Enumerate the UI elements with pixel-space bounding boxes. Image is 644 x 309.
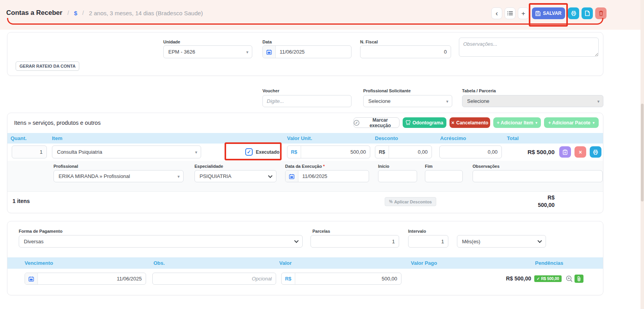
profissional-solicitante-label: Profissional Solicitante [363, 88, 411, 93]
inicio-input[interactable] [378, 170, 417, 182]
item-observacoes-label: Observações [473, 164, 500, 169]
check-circle-icon: ✓ [354, 120, 359, 126]
valor-unit-field[interactable]: R$ 500,00 [287, 146, 370, 158]
scrollbar-thumb[interactable] [641, 104, 644, 201]
acrescimo-input[interactable]: 0,00 [439, 146, 502, 158]
valor-field[interactable]: R$ 500,00 [281, 273, 401, 285]
gerar-rateio-label: GERAR RATEIO DA CONTA [20, 64, 75, 68]
profissional-select[interactable]: ERIKA MIRANDA » Profissional ▾ [54, 170, 184, 182]
especialidade-select[interactable]: PSIQUIATRIA [194, 170, 277, 182]
obs-input[interactable] [152, 273, 276, 285]
list-icon [507, 11, 513, 16]
tabela-parceria-value: Selecione [467, 98, 489, 104]
profissional-value: ERIKA MIRANDA » Profissional [59, 173, 130, 179]
list-button[interactable] [505, 7, 516, 19]
unidade-value: EPM - 3626 [168, 49, 195, 55]
col-item: Item [52, 135, 62, 141]
required-asterisk: * [323, 164, 325, 169]
intervalo-input[interactable]: 1 [408, 235, 448, 248]
profissional-solicitante-select[interactable]: Selecione ▾ [363, 95, 452, 107]
executado-label: Executado [256, 149, 280, 155]
save-icon [535, 11, 541, 16]
data-label: Data [262, 40, 272, 44]
currency-prefix: R$ [375, 146, 389, 158]
col-valor: Valor [279, 260, 292, 266]
col-desconto: Desconto [375, 135, 398, 141]
back-button[interactable]: ‹ [491, 7, 502, 19]
print-button[interactable] [568, 7, 579, 19]
add-button[interactable]: + [518, 7, 529, 19]
col-valor-pago: Valor Pago [411, 260, 437, 266]
observacoes-textarea[interactable] [459, 38, 599, 57]
delete-button[interactable] [595, 7, 607, 19]
grand-total-value: 500,00 [508, 201, 555, 209]
aplicar-descontos-label: Aplicar Descontos [394, 199, 432, 204]
profissional-solicitante-value: Selecione [368, 98, 391, 104]
grand-total-currency: R$ [508, 194, 555, 201]
intervalo-value: 1 [441, 239, 444, 244]
periodo-select[interactable]: Mês(es) [457, 235, 546, 248]
vencimento-field[interactable]: 11/06/2025 [25, 273, 146, 285]
parcelas-label: Parcelas [312, 229, 330, 234]
items-section-title: Itens » serviços, produtos e outros [14, 120, 101, 126]
adicionar-item-button[interactable]: + Adicionar Item ▾ [493, 117, 541, 128]
dollar-icon[interactable]: $ [74, 10, 77, 16]
breadcrumb-separator: / [82, 10, 84, 16]
nfiscal-label: N. Fiscal [360, 40, 378, 44]
gerar-rateio-button[interactable]: GERAR RATEIO DA CONTA [16, 61, 79, 71]
item-total-value: R$ 500,00 [504, 149, 555, 155]
x-icon: × [579, 149, 582, 155]
chevron-down-icon [294, 239, 298, 243]
zoom-details-icon[interactable] [566, 275, 573, 282]
cancelamento-button[interactable]: × Cancelamento [450, 117, 490, 128]
currency-prefix: R$ [282, 273, 295, 284]
remove-item-button[interactable]: × [574, 146, 586, 158]
item-value: Consulta Psiquiatria [57, 149, 102, 155]
col-valor-unit: Valor Unit. [287, 135, 312, 141]
fim-input[interactable] [425, 170, 463, 182]
attachment-button[interactable] [574, 275, 583, 283]
aplicar-descontos-button[interactable]: % Aplicar Descontos [385, 197, 436, 206]
odontograma-label: Odontograma [412, 120, 443, 126]
item-observacoes-input[interactable] [473, 170, 603, 182]
desconto-field[interactable]: R$ 0,00 [375, 146, 432, 158]
items-count: 1 itens [12, 198, 30, 204]
save-button[interactable]: SALVAR [532, 7, 565, 19]
data-field[interactable]: 11/06/2025 [262, 45, 351, 58]
unidade-select[interactable]: EPM - 3626 ▾ [163, 45, 252, 58]
forma-pagamento-label: Forma de Pagamento [19, 229, 62, 234]
trash-icon [599, 11, 603, 16]
chevron-down-icon [537, 239, 542, 243]
adicionar-pacote-button[interactable]: + Adicionar Pacote ▾ [544, 117, 599, 128]
parcelas-value: 1 [392, 239, 395, 244]
item-select[interactable]: Consulta Psiquiatria ▾ [52, 146, 201, 158]
desconto-value: 0,00 [389, 146, 432, 158]
document-button[interactable] [582, 7, 593, 19]
breadcrumb: 2 anos, 3 meses, 14 dias (Bradesco Saude… [89, 10, 203, 16]
forma-pagamento-select[interactable]: Diversas [19, 235, 303, 248]
valor-pago-value: R$ 500,00 [484, 275, 531, 282]
forma-pagamento-value: Diversas [24, 239, 44, 244]
valor-value: 500,00 [295, 273, 401, 284]
caret-down-icon: ▾ [535, 121, 537, 125]
print-item-button[interactable] [590, 146, 601, 158]
odontograma-button[interactable]: Odontograma [403, 117, 446, 128]
voucher-input[interactable] [262, 95, 351, 107]
col-vencimento: Vencimento [25, 260, 53, 266]
col-acrescimo: Acréscimo [440, 135, 466, 141]
calendar-icon [25, 273, 38, 284]
chevron-down-icon: ▾ [446, 99, 448, 104]
especialidade-label: Especialidade [194, 164, 223, 169]
marcar-execucao-button[interactable]: ✓ Marcar execução [353, 117, 400, 128]
quantity-input[interactable]: 1 [12, 146, 47, 158]
nfiscal-input[interactable]: 0 [360, 45, 451, 58]
col-quant: Quant. [11, 135, 27, 141]
data-execucao-field[interactable]: 11/06/2025 [285, 170, 369, 182]
calendar-icon [285, 171, 298, 182]
duplicate-item-button[interactable] [559, 146, 571, 158]
parcelas-input[interactable]: 1 [310, 235, 399, 248]
calendar-icon [263, 46, 276, 58]
inicio-label: Início [378, 164, 389, 169]
tabela-parceria-select[interactable]: Selecione ▾ [462, 95, 603, 107]
executado-checkbox[interactable]: ✓ [245, 148, 253, 156]
